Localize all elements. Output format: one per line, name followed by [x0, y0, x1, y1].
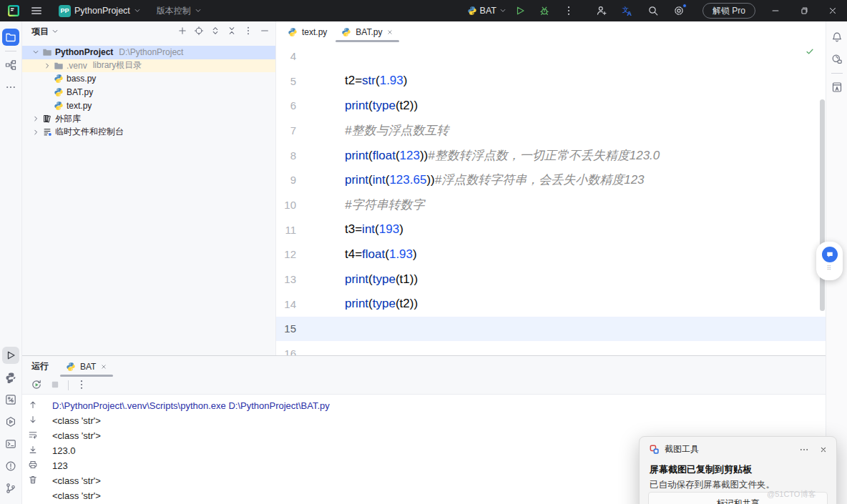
tree-item-.venv[interactable]: .venvlibrary根目录: [22, 59, 275, 73]
locate-button[interactable]: [194, 26, 204, 38]
code-text: print(int(123.65))#浮点数转字符串，会丢失小数精度123: [345, 172, 645, 188]
close-icon[interactable]: [819, 445, 828, 454]
version-control-icon[interactable]: [2, 480, 19, 497]
search-button[interactable]: [642, 0, 664, 21]
clear-button[interactable]: [28, 475, 38, 490]
line-number[interactable]: 15: [276, 322, 296, 335]
tab-close-icon[interactable]: [100, 363, 107, 370]
line-number[interactable]: 11: [276, 224, 296, 236]
console-line: <class 'str'>: [52, 428, 330, 443]
kebab-button[interactable]: [243, 26, 253, 38]
services-icon[interactable]: [2, 413, 19, 430]
run-tool-icon[interactable]: [2, 347, 19, 364]
plus-button[interactable]: [177, 26, 187, 38]
line-number[interactable]: 14: [276, 298, 296, 310]
run-tab-bat[interactable]: BAT: [59, 356, 114, 377]
chevron-right-icon[interactable]: [32, 115, 39, 122]
documentation-icon[interactable]: [828, 79, 846, 96]
line-number[interactable]: 10: [276, 199, 296, 211]
python-icon: [467, 6, 477, 16]
console-output[interactable]: D:\PythonProject\.venv\Scripts\python.ex…: [44, 395, 330, 504]
top-area: 项目 PythonProjectD:\PythonProject.venvlib…: [22, 21, 826, 355]
editor-tab-text.py[interactable]: text.py: [280, 21, 334, 42]
hide-button[interactable]: [260, 26, 270, 38]
run-tool-icon: [5, 350, 16, 361]
code-token: t2: [400, 297, 410, 310]
line-number[interactable]: 4: [276, 50, 296, 62]
line-number[interactable]: 16: [276, 347, 296, 355]
run-config-name[interactable]: BAT: [480, 6, 496, 16]
code-text: print(float(123))#整数转浮点数，一切正常不丢失精度123.0: [345, 147, 660, 164]
drag-handle-icon[interactable]: ⠿: [827, 267, 833, 270]
python-icon: [66, 362, 76, 372]
tree-item-bass.py[interactable]: bass.py: [22, 72, 275, 86]
tree-item-[interactable]: 临时文件和控制台: [22, 126, 275, 139]
code-token: ): [399, 222, 403, 236]
structure-icon[interactable]: [2, 56, 19, 74]
code-line-11: 11t3=int(193): [276, 217, 826, 242]
line-number[interactable]: 9: [276, 174, 296, 186]
stop-button[interactable]: [49, 379, 61, 392]
tab-close-icon[interactable]: [386, 29, 393, 36]
main-menu-button[interactable]: [24, 0, 49, 21]
more-icon[interactable]: [2, 79, 19, 96]
translate-button[interactable]: 文A: [617, 0, 638, 21]
arrow-down-button[interactable]: [28, 415, 38, 430]
kebab-button[interactable]: [76, 379, 87, 392]
unlock-pro-button[interactable]: 解锁 Pro: [702, 3, 755, 19]
run-button[interactable]: [509, 0, 531, 21]
line-number[interactable]: 12: [276, 248, 296, 260]
soft-wrap-button[interactable]: [28, 430, 38, 445]
line-number[interactable]: 5: [276, 75, 296, 87]
code-line-12: 12t4=float(1.93): [276, 242, 826, 267]
tree-item-PythonProject[interactable]: PythonProjectD:\PythonProject: [22, 46, 275, 59]
vcs-widget[interactable]: 版本控制: [151, 0, 207, 21]
more-run-options-button[interactable]: [558, 0, 579, 21]
project-widget[interactable]: PP PythonProject: [53, 0, 147, 21]
arrow-up-button[interactable]: [28, 400, 38, 415]
more-icon[interactable]: [799, 445, 809, 455]
divider: [5, 51, 16, 51]
add-user-button[interactable]: [591, 0, 612, 21]
minimize-button[interactable]: [761, 0, 790, 21]
rerun-button[interactable]: [31, 379, 42, 392]
inspection-check-icon[interactable]: [806, 47, 814, 56]
collapse-all-button[interactable]: [227, 26, 237, 38]
project-folder-icon[interactable]: [2, 29, 19, 46]
python-packages-icon[interactable]: [2, 369, 19, 386]
chevron-right-icon[interactable]: [32, 129, 39, 136]
close-button[interactable]: [818, 0, 847, 21]
editor-tab-BAT.py[interactable]: BAT.py: [334, 21, 401, 42]
print-button[interactable]: [28, 460, 38, 475]
tree-item-[interactable]: 外部库: [22, 112, 275, 126]
debug-button[interactable]: [534, 0, 555, 21]
project-panel-title[interactable]: 项目: [31, 26, 59, 38]
ai-assistant-icon[interactable]: [828, 51, 846, 68]
line-number[interactable]: 6: [276, 99, 296, 112]
code-text: print(type(t2)): [345, 99, 418, 113]
code-editor[interactable]: 45t2=str(1.93)6print(type(t2))7#整数与浮点数互转…: [276, 42, 826, 355]
chevron-right-icon[interactable]: [44, 62, 51, 69]
chevron-down-icon[interactable]: [32, 49, 39, 56]
more-icon: [5, 81, 16, 93]
scroll-end-button[interactable]: [28, 445, 38, 460]
line-number[interactable]: 7: [276, 124, 296, 137]
notification-header: 截图工具: [640, 437, 836, 455]
tree-item-text.py[interactable]: text.py: [22, 99, 275, 112]
notifications-bell-icon[interactable]: [828, 29, 846, 46]
code-token: )): [410, 272, 418, 286]
code-token: 193: [379, 222, 399, 236]
code-token: t4=: [345, 247, 362, 261]
tree-item-BAT.py[interactable]: BAT.py: [22, 86, 275, 99]
line-number[interactable]: 13: [276, 273, 296, 285]
python-console-icon[interactable]: [2, 391, 19, 408]
ai-assistant-float-button[interactable]: ⠿: [816, 242, 843, 280]
terminal-icon[interactable]: [2, 435, 19, 453]
code-line-15: 15: [276, 317, 826, 342]
python-icon: [54, 87, 64, 97]
maximize-button[interactable]: [790, 0, 818, 21]
line-number[interactable]: 8: [276, 149, 296, 162]
settings-button[interactable]: [668, 0, 690, 21]
problems-icon[interactable]: [2, 458, 19, 475]
expand-all-button[interactable]: [210, 26, 220, 38]
